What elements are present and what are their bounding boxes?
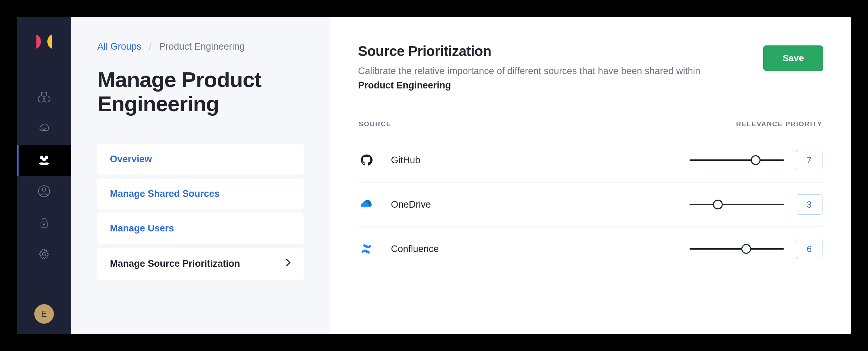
menu-item-label: Manage Shared Sources xyxy=(110,188,220,199)
onedrive-icon xyxy=(359,197,374,212)
priority-slider[interactable] xyxy=(690,159,784,161)
app-logo xyxy=(35,33,53,50)
svg-point-8 xyxy=(43,224,45,225)
source-row-confluence: Confluence 6 xyxy=(358,227,823,271)
column-header-priority: Relevance Priority xyxy=(736,120,822,128)
sidebar: E xyxy=(17,17,71,334)
slider-thumb[interactable] xyxy=(751,155,761,165)
breadcrumb: All Groups / Product Engineering xyxy=(97,41,304,52)
source-name: OneDrive xyxy=(391,199,690,210)
menu-item-label: Manage Source Prioritization xyxy=(110,258,240,269)
source-row-github: GitHub 7 xyxy=(358,138,823,182)
priority-value[interactable]: 6 xyxy=(796,239,822,259)
menu-item-label: Overview xyxy=(110,154,152,165)
priority-slider[interactable] xyxy=(690,248,784,250)
chevron-right-icon xyxy=(285,258,291,270)
source-row-onedrive: OneDrive 3 xyxy=(358,182,823,227)
left-panel: All Groups / Product Engineering Manage … xyxy=(71,17,330,334)
binoculars-icon xyxy=(37,90,51,105)
column-header-source: Source xyxy=(359,120,391,128)
slider-thumb[interactable] xyxy=(713,200,723,209)
source-priority-table: Source Relevance Priority GitHub 7 xyxy=(358,120,823,271)
nav-user[interactable] xyxy=(17,176,71,208)
menu-item-label: Manage Users xyxy=(110,223,174,234)
menu-item-overview[interactable]: Overview xyxy=(97,144,304,174)
users-icon xyxy=(37,153,51,168)
menu-item-source-prioritization[interactable]: Manage Source Prioritization xyxy=(97,248,304,280)
slider-thumb[interactable] xyxy=(741,244,751,254)
menu-item-users[interactable]: Manage Users xyxy=(97,213,304,244)
section-title: Source Prioritization xyxy=(358,43,749,59)
svg-point-4 xyxy=(42,158,46,162)
priority-value[interactable]: 3 xyxy=(796,194,822,215)
svg-point-6 xyxy=(42,188,46,191)
main-panel: Source Prioritization Calibrate the rela… xyxy=(330,17,851,334)
source-name: Confluence xyxy=(391,244,690,255)
svg-rect-7 xyxy=(41,222,47,227)
avatar[interactable]: E xyxy=(34,304,54,324)
source-name: GitHub xyxy=(391,155,690,166)
nav-groups[interactable] xyxy=(17,145,71,176)
avatar-initial: E xyxy=(41,309,47,319)
section-description: Calibrate the relative importance of dif… xyxy=(358,64,729,92)
svg-point-9 xyxy=(42,252,46,256)
nav-sources[interactable] xyxy=(17,82,71,113)
page-title: Manage Product Engineering xyxy=(97,67,304,116)
priority-slider[interactable] xyxy=(690,204,784,205)
cloud-sync-icon xyxy=(37,121,51,137)
breadcrumb-separator: / xyxy=(149,41,152,52)
nav-settings[interactable] xyxy=(17,239,71,271)
confluence-icon xyxy=(359,241,374,257)
github-icon xyxy=(359,152,374,168)
menu-item-shared-sources[interactable]: Manage Shared Sources xyxy=(97,179,304,209)
side-menu: Overview Manage Shared Sources Manage Us… xyxy=(97,144,304,280)
nav-security[interactable] xyxy=(17,208,71,239)
lock-icon xyxy=(37,216,51,231)
breadcrumb-root[interactable]: All Groups xyxy=(97,41,141,52)
save-button[interactable]: Save xyxy=(763,45,823,71)
gear-icon xyxy=(37,247,51,263)
nav-sync[interactable] xyxy=(17,113,71,145)
breadcrumb-current: Product Engineering xyxy=(159,41,245,52)
user-icon xyxy=(37,184,51,200)
priority-value[interactable]: 7 xyxy=(796,150,822,170)
